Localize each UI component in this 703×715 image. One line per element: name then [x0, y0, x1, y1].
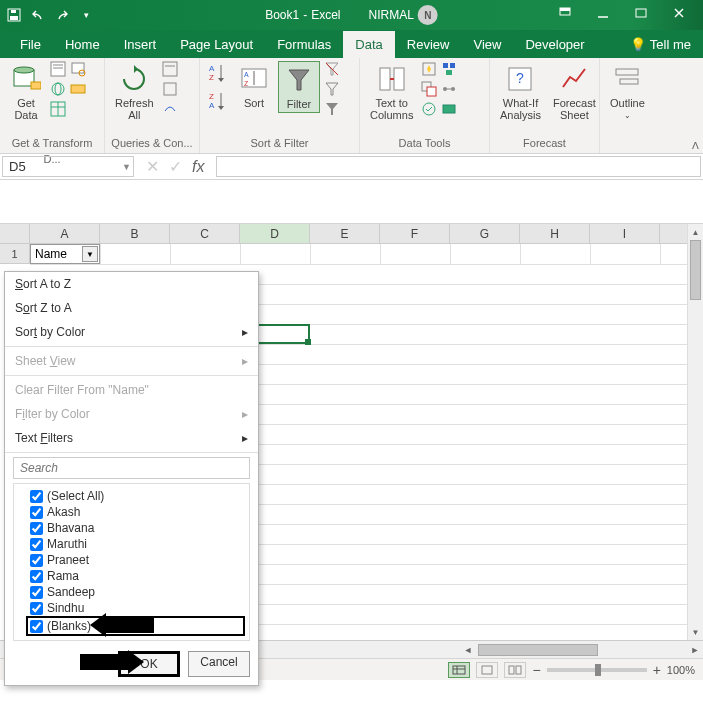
relationships-icon[interactable] — [441, 81, 457, 97]
hscroll-thumb[interactable] — [478, 644, 598, 656]
zoom-knob[interactable] — [595, 664, 601, 676]
col-header[interactable]: D — [240, 224, 310, 243]
tab-developer[interactable]: Developer — [513, 31, 596, 58]
text-filters-item[interactable]: Text Filters▸ — [5, 426, 258, 450]
clear-filter-icon[interactable] — [324, 61, 340, 77]
row-header[interactable]: 1 — [0, 244, 30, 264]
get-data-button[interactable]: Get Data — [6, 61, 46, 123]
filter-button[interactable]: Filter — [278, 61, 320, 113]
consolidate-icon[interactable] — [441, 61, 457, 77]
filter-check[interactable] — [30, 586, 43, 599]
queries-icon[interactable] — [162, 61, 178, 77]
sort-by-color-item[interactable]: Sort by Color▸ — [5, 320, 258, 344]
tab-formulas[interactable]: Formulas — [265, 31, 343, 58]
fx-icon[interactable]: fx — [192, 158, 204, 176]
tab-view[interactable]: View — [461, 31, 513, 58]
close-icon[interactable] — [661, 0, 697, 28]
from-web-icon[interactable] — [50, 81, 66, 97]
zoom-out-icon[interactable]: − — [532, 662, 540, 678]
edit-links-icon[interactable] — [162, 101, 178, 117]
name-box[interactable]: D5 ▼ — [2, 156, 134, 177]
filter-check[interactable] — [30, 522, 43, 535]
svg-marker-30 — [218, 78, 224, 82]
col-header[interactable]: I — [590, 224, 660, 243]
from-text-icon[interactable] — [50, 61, 66, 77]
col-header[interactable]: H — [520, 224, 590, 243]
vertical-scrollbar[interactable]: ▲ ▼ — [687, 224, 703, 640]
select-all-corner[interactable] — [0, 224, 30, 243]
cancel-formula-icon[interactable]: ✕ — [146, 157, 159, 176]
tab-data[interactable]: Data — [343, 31, 394, 58]
collapse-ribbon-icon[interactable]: ᐱ — [692, 140, 699, 151]
maximize-icon[interactable] — [623, 0, 659, 28]
chevron-down-icon[interactable]: ▼ — [122, 162, 131, 172]
zoom-slider[interactable] — [547, 668, 647, 672]
sort-za-item[interactable]: Sort Z to A — [5, 296, 258, 320]
filter-check[interactable] — [30, 570, 43, 583]
filter-check-blanks[interactable] — [30, 620, 43, 633]
tab-home[interactable]: Home — [53, 31, 112, 58]
filter-check[interactable] — [30, 506, 43, 519]
avatar[interactable]: N — [418, 5, 438, 25]
flash-fill-icon[interactable] — [421, 61, 437, 77]
svg-marker-34 — [218, 106, 224, 110]
zoom-level[interactable]: 100% — [667, 664, 695, 676]
what-if-button[interactable]: ? What-If Analysis — [496, 61, 545, 123]
from-table-icon[interactable] — [50, 101, 66, 117]
scroll-thumb[interactable] — [690, 240, 701, 300]
sort-az-item[interactable]: Sort A to Z — [5, 272, 258, 296]
sort-az-icon[interactable]: AZ — [206, 61, 230, 85]
cancel-button[interactable]: Cancel — [188, 651, 250, 677]
scroll-left-icon[interactable]: ◄ — [460, 645, 476, 655]
page-break-view-icon[interactable] — [504, 662, 526, 678]
forecast-sheet-button[interactable]: Forecast Sheet — [549, 61, 600, 123]
remove-dup-icon[interactable] — [421, 81, 437, 97]
tell-me[interactable]: 💡 Tell me — [618, 31, 703, 58]
col-header[interactable]: C — [170, 224, 240, 243]
tab-review[interactable]: Review — [395, 31, 462, 58]
col-header[interactable]: G — [450, 224, 520, 243]
sort-button[interactable]: AZ Sort — [234, 61, 274, 111]
scroll-right-icon[interactable]: ► — [687, 645, 703, 655]
col-header[interactable]: E — [310, 224, 380, 243]
filter-search-input[interactable] — [13, 457, 250, 479]
text-to-columns-button[interactable]: Text to Columns — [366, 61, 417, 123]
filter-check[interactable] — [30, 538, 43, 551]
outline-button[interactable]: Outline ⌄ — [606, 61, 649, 122]
reapply-icon[interactable] — [324, 81, 340, 97]
data-validation-icon[interactable] — [421, 101, 437, 117]
col-header[interactable]: F — [380, 224, 450, 243]
tab-file[interactable]: File — [8, 31, 53, 58]
ribbon-options-icon[interactable] — [547, 0, 583, 28]
col-header[interactable]: A — [30, 224, 100, 243]
undo-icon[interactable] — [30, 7, 46, 23]
sort-za-icon[interactable]: ZA — [206, 89, 230, 113]
zoom-in-icon[interactable]: + — [653, 662, 661, 678]
cell-a1[interactable]: Name ▼ — [30, 244, 100, 264]
normal-view-icon[interactable] — [448, 662, 470, 678]
redo-icon[interactable] — [54, 7, 70, 23]
recent-sources-icon[interactable] — [70, 61, 86, 77]
enter-formula-icon[interactable]: ✓ — [169, 157, 182, 176]
filter-check[interactable] — [30, 554, 43, 567]
page-layout-view-icon[interactable] — [476, 662, 498, 678]
filter-check[interactable] — [30, 602, 43, 615]
data-model-icon[interactable] — [441, 101, 457, 117]
svg-marker-42 — [326, 83, 338, 95]
svg-rect-58 — [443, 105, 455, 113]
scroll-up-icon[interactable]: ▲ — [688, 224, 703, 240]
scroll-down-icon[interactable]: ▼ — [688, 624, 703, 640]
existing-conn-icon[interactable] — [70, 81, 86, 97]
refresh-all-button[interactable]: Refresh All — [111, 61, 158, 123]
properties-icon[interactable] — [162, 81, 178, 97]
filter-check[interactable] — [30, 490, 43, 503]
save-icon[interactable] — [6, 7, 22, 23]
tab-insert[interactable]: Insert — [112, 31, 169, 58]
col-header[interactable]: B — [100, 224, 170, 243]
minimize-icon[interactable] — [585, 0, 621, 28]
filter-dropdown-icon[interactable]: ▼ — [82, 246, 98, 262]
formula-bar[interactable] — [216, 156, 701, 177]
advanced-filter-icon[interactable] — [324, 101, 340, 117]
qat-more-icon[interactable]: ▾ — [78, 7, 94, 23]
tab-page-layout[interactable]: Page Layout — [168, 31, 265, 58]
